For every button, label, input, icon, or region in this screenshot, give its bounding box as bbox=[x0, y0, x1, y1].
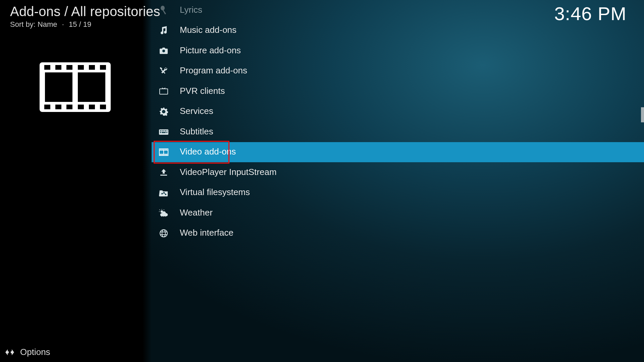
separator-dot: · bbox=[62, 20, 64, 28]
scrollbar-thumb[interactable] bbox=[641, 107, 644, 122]
upload-icon bbox=[159, 168, 168, 177]
breadcrumb: Add-ons / All repositories bbox=[10, 5, 152, 18]
list-item-label: Virtual filesystems bbox=[180, 187, 250, 197]
globe-icon bbox=[159, 229, 168, 238]
options-label: Options bbox=[20, 347, 50, 357]
folder-net-icon bbox=[159, 188, 168, 197]
svg-line-49 bbox=[164, 209, 164, 210]
svg-rect-3 bbox=[44, 65, 50, 70]
mic-icon bbox=[159, 5, 168, 15]
svg-rect-6 bbox=[78, 65, 84, 70]
list-item-label: Lyrics bbox=[180, 5, 202, 15]
weather-icon bbox=[159, 208, 168, 218]
list-item-label: Program add-ons bbox=[180, 65, 247, 76]
keyboard-icon bbox=[159, 127, 168, 136]
svg-rect-5 bbox=[66, 65, 72, 70]
list-item[interactable]: VideoPlayer InputStream bbox=[152, 162, 644, 183]
svg-rect-7 bbox=[89, 65, 95, 70]
list-item-label: Subtitles bbox=[180, 126, 213, 137]
svg-rect-13 bbox=[89, 105, 95, 109]
sidebar: Add-ons / All repositories Sort by: Name… bbox=[0, 0, 152, 362]
gear-icon bbox=[159, 107, 168, 116]
list-item-label: Music add-ons bbox=[180, 25, 236, 35]
film-icon bbox=[159, 147, 168, 157]
svg-rect-1 bbox=[45, 72, 72, 102]
film-large-icon bbox=[40, 62, 111, 112]
list-item-label: PVR clients bbox=[180, 86, 225, 96]
list-item-label: Web interface bbox=[180, 228, 233, 238]
music-icon bbox=[159, 26, 168, 35]
svg-rect-22 bbox=[162, 130, 163, 131]
svg-rect-25 bbox=[167, 130, 167, 131]
svg-rect-28 bbox=[166, 132, 167, 133]
list-item[interactable]: Subtitles bbox=[152, 122, 644, 142]
list-item-label: VideoPlayer InputStream bbox=[180, 167, 277, 177]
list-item-label: Services bbox=[180, 106, 213, 116]
options-button[interactable]: Options bbox=[5, 347, 50, 357]
svg-rect-12 bbox=[78, 105, 84, 109]
list-item[interactable]: Weather bbox=[152, 203, 644, 223]
svg-point-53 bbox=[160, 230, 167, 237]
svg-rect-24 bbox=[165, 130, 166, 131]
preview-icon bbox=[40, 62, 111, 112]
svg-point-15 bbox=[161, 6, 165, 10]
list-item-label: Weather bbox=[180, 207, 213, 218]
sort-info: Sort by: Name · 15 / 19 bbox=[10, 20, 152, 29]
svg-point-19 bbox=[163, 111, 165, 113]
svg-rect-18 bbox=[160, 89, 168, 94]
list-item-label: Video add-ons bbox=[180, 146, 236, 157]
svg-point-54 bbox=[162, 230, 165, 237]
arrows-horizontal-icon bbox=[5, 348, 15, 357]
list-item[interactable]: Lyrics bbox=[152, 0, 644, 20]
sort-label: Sort by: Name bbox=[10, 20, 57, 28]
svg-rect-2 bbox=[78, 72, 105, 102]
list-item-label: Picture add-ons bbox=[180, 45, 241, 56]
category-list: LyricsMusic add-onsPicture add-onsProgra… bbox=[152, 0, 644, 362]
list-item[interactable]: PVR clients bbox=[152, 81, 644, 102]
svg-line-48 bbox=[159, 209, 160, 210]
list-item[interactable]: Video add-ons bbox=[152, 142, 644, 163]
camera-icon bbox=[159, 46, 168, 55]
svg-rect-26 bbox=[160, 132, 161, 133]
list-item[interactable]: Web interface bbox=[152, 223, 644, 244]
svg-rect-14 bbox=[100, 105, 106, 109]
list-item[interactable]: Program add-ons bbox=[152, 61, 644, 81]
list-item[interactable]: Services bbox=[152, 102, 644, 122]
tv-icon bbox=[159, 86, 168, 96]
svg-rect-10 bbox=[55, 105, 61, 109]
svg-rect-4 bbox=[55, 65, 61, 70]
svg-rect-41 bbox=[160, 175, 167, 176]
list-item[interactable]: Virtual filesystems bbox=[152, 183, 644, 203]
svg-rect-11 bbox=[66, 105, 72, 109]
list-item[interactable]: Music add-ons bbox=[152, 20, 644, 41]
svg-rect-23 bbox=[163, 130, 164, 131]
svg-rect-21 bbox=[160, 130, 161, 131]
svg-rect-8 bbox=[100, 65, 106, 70]
svg-rect-9 bbox=[44, 105, 50, 109]
list-item[interactable]: Picture add-ons bbox=[152, 41, 644, 61]
tools-icon bbox=[159, 66, 168, 76]
svg-rect-27 bbox=[162, 132, 166, 133]
list-position: 15 / 19 bbox=[69, 20, 91, 28]
